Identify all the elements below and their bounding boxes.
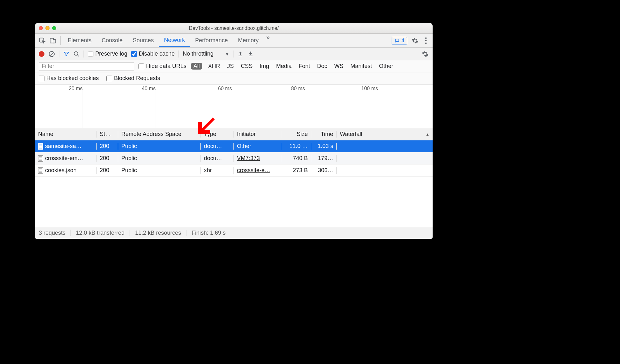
col-remote-address-space[interactable]: Remote Address Space [118,131,201,138]
col-time[interactable]: Time [311,131,337,138]
requests-table: Name St… Remote Address Space Type Initi… [35,128,433,227]
svg-rect-2 [53,39,56,43]
preserve-log-label: Preserve log [95,51,127,57]
svg-line-9 [78,55,79,56]
col-initiator[interactable]: Initiator [234,131,282,138]
has-blocked-cookies-checkbox[interactable]: Has blocked cookies [39,75,99,82]
table-row[interactable]: crosssite-em…200Publicdocu…VM7:373740 B1… [35,152,433,165]
tab-network[interactable]: Network [159,34,190,47]
filter-type-xhr[interactable]: XHR [207,63,221,70]
request-size: 11.0 … [282,143,311,150]
svg-point-3 [425,37,427,38]
throttling-dropdown[interactable]: No throttling ▼ [183,51,229,57]
request-type: docu… [201,143,234,150]
svg-point-8 [74,51,78,55]
annotation-arrow-icon [197,115,217,135]
settings-icon[interactable] [410,37,421,44]
svg-rect-10 [239,56,242,56]
message-icon [394,38,400,43]
clear-icon[interactable] [48,51,55,57]
throttling-value: No throttling [183,51,213,57]
request-name: crosssite-em… [45,155,83,162]
window-title: DevTools - samesite-sandbox.glitch.me/ [35,25,433,31]
request-status: 200 [97,167,118,174]
filter-type-font[interactable]: Font [297,63,311,70]
table-row[interactable]: cookies.json200Publicxhrcrosssite-e…273 … [35,165,433,177]
filter-type-doc[interactable]: Doc [316,63,328,70]
separator [179,51,179,57]
upload-har-icon[interactable] [237,51,244,57]
filter-type-ws[interactable]: WS [333,63,345,70]
table-row[interactable]: samesite-sa…200Publicdocu…Other11.0 …1.0… [35,140,433,152]
request-type: xhr [201,167,234,174]
request-address-space: Public [118,167,201,174]
request-time: 1.03 s [311,143,337,150]
inspect-icon[interactable] [37,34,48,47]
separator [84,51,84,57]
request-initiator[interactable]: VM7:373 [237,155,260,161]
svg-line-7 [50,52,54,56]
disable-cache-label: Disable cache [139,51,175,57]
request-address-space: Public [118,143,201,150]
status-bar: 3 requests 12.0 kB transferred 11.2 kB r… [35,227,433,239]
col-waterfall[interactable]: Waterfall ▲ [337,131,433,138]
col-name[interactable]: Name [35,131,97,138]
request-time: 179… [311,155,337,162]
sort-indicator-icon: ▲ [426,132,429,137]
more-tabs-icon[interactable]: » [264,34,272,47]
record-button[interactable] [39,51,44,57]
tab-elements[interactable]: Elements [63,34,97,47]
tab-console[interactable]: Console [97,34,128,47]
file-icon [38,143,43,150]
blocked-requests-checkbox[interactable]: Blocked Requests [106,75,160,82]
filter-type-css[interactable]: CSS [239,63,254,70]
timeline-tick: 20 ms [69,86,83,91]
chevron-down-icon: ▼ [225,51,229,57]
filter-type-media[interactable]: Media [275,63,293,70]
col-status[interactable]: St… [97,131,118,138]
status-transferred: 12.0 kB transferred [71,230,130,236]
request-address-space: Public [118,155,201,162]
main-tabs: ElementsConsoleSourcesNetworkPerformance… [35,34,433,48]
tab-sources[interactable]: Sources [128,34,159,47]
download-har-icon[interactable] [247,51,254,57]
network-settings-icon[interactable] [422,51,429,57]
filter-type-js[interactable]: JS [226,63,235,70]
filter-type-all[interactable]: All [191,63,202,70]
file-icon [38,155,43,162]
status-resources: 11.2 kB resources [130,230,186,236]
filter-type-img[interactable]: Img [258,63,270,70]
timeline-tick: 40 ms [142,86,156,91]
preserve-log-checkbox[interactable]: Preserve log [88,51,127,57]
separator [59,51,59,57]
titlebar: DevTools - samesite-sandbox.glitch.me/ [35,23,433,34]
console-messages-badge[interactable]: 4 [392,37,407,44]
blocked-requests-label: Blocked Requests [114,75,160,82]
tab-performance[interactable]: Performance [190,34,233,47]
device-toggle-icon[interactable] [48,34,58,47]
disable-cache-checkbox[interactable]: Disable cache [131,51,175,57]
table-header: Name St… Remote Address Space Type Initi… [35,128,433,140]
timeline-overview[interactable]: 20 ms40 ms60 ms80 ms100 ms [35,84,433,128]
filter-type-manifest[interactable]: Manifest [349,63,373,70]
devtools-window: DevTools - samesite-sandbox.glitch.me/ E… [35,23,433,239]
request-time: 306… [311,167,337,174]
filter-input[interactable] [39,62,134,71]
separator [233,51,233,57]
tab-memory[interactable]: Memory [233,34,264,47]
col-size[interactable]: Size [282,131,311,138]
request-initiator: Other [237,143,251,149]
status-finish: Finish: 1.69 s [186,230,231,236]
filter-icon[interactable] [63,51,70,57]
timeline-tick: 80 ms [291,86,305,91]
request-initiator[interactable]: crosssite-e… [237,167,270,173]
hide-data-urls-checkbox[interactable]: Hide data URLs [138,63,186,70]
request-type: docu… [201,155,234,162]
search-icon[interactable] [73,51,80,57]
col-waterfall-label: Waterfall [340,131,362,138]
more-menu-icon[interactable] [423,37,429,44]
timeline-tick: 100 ms [361,86,378,91]
filter-type-other[interactable]: Other [378,63,394,70]
request-size: 273 B [282,167,311,174]
request-status: 200 [97,155,118,162]
